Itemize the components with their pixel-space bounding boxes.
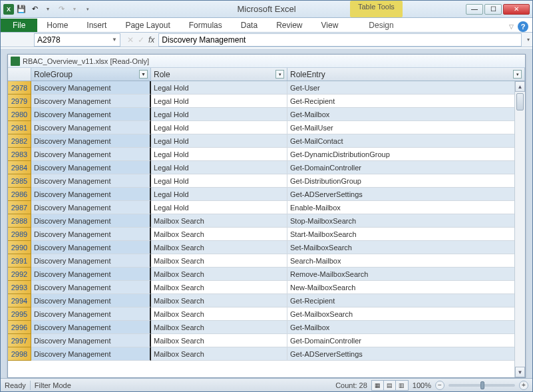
cell-rolegroup[interactable]: Discovery Management [31,294,151,307]
table-row[interactable]: 2983Discovery ManagementLegal HoldGet-Dy… [8,148,525,161]
row-header[interactable]: 2982 [8,134,31,148]
tab-home[interactable]: Home [37,19,77,32]
table-row[interactable]: 2986Discovery ManagementLegal HoldGet-AD… [8,188,525,201]
cell-role[interactable]: Mailbox Search [151,347,287,361]
table-row[interactable]: 2985Discovery ManagementLegal HoldGet-Di… [8,174,525,188]
column-header-roleentry[interactable]: RoleEntry ▾ [287,68,525,81]
cell-rolegroup[interactable]: Discovery Management [31,347,151,361]
cell-role[interactable]: Legal Hold [151,81,287,95]
cell-rolegroup[interactable]: Discovery Management [31,148,151,161]
scroll-down-icon[interactable]: ▼ [515,367,525,377]
zoom-out-button[interactable]: − [435,381,444,390]
tab-insert[interactable]: Insert [77,19,116,32]
cell-roleentry[interactable]: Get-DistributionGroup [287,174,525,188]
name-box[interactable]: A2978 ▼ [34,33,120,47]
row-header[interactable]: 2989 [8,228,31,241]
tab-data[interactable]: Data [232,19,267,32]
cell-rolegroup[interactable]: Discovery Management [31,161,151,174]
row-header[interactable]: 2992 [8,268,31,281]
cell-roleentry[interactable]: Get-ADServerSettings [287,188,525,201]
cell-roleentry[interactable]: Remove-MailboxSearch [287,268,525,281]
cell-role[interactable]: Mailbox Search [151,321,287,334]
cell-roleentry[interactable]: Get-Recipient [287,294,525,307]
row-header[interactable]: 2979 [8,95,31,108]
qat-customize-icon[interactable]: ▾ [82,3,94,15]
row-header[interactable]: 2980 [8,108,31,121]
tab-review[interactable]: Review [267,19,311,32]
table-row[interactable]: 2988Discovery ManagementMailbox SearchSt… [8,214,525,228]
table-row[interactable]: 2992Discovery ManagementMailbox SearchRe… [8,268,525,281]
view-page-layout-icon[interactable]: ▤ [384,381,396,390]
cell-rolegroup[interactable]: Discovery Management [31,95,151,108]
cell-role[interactable]: Mailbox Search [151,254,287,268]
save-icon[interactable]: 💾 [15,3,27,15]
cell-roleentry[interactable]: Enable-Mailbox [287,201,525,214]
minimize-ribbon-icon[interactable]: ▽ [509,23,514,30]
row-header[interactable]: 2983 [8,148,31,161]
cell-roleentry[interactable]: Get-DomainController [287,334,525,347]
cell-roleentry[interactable]: Get-MailContact [287,134,525,148]
table-row[interactable]: 2997Discovery ManagementMailbox SearchGe… [8,334,525,347]
cell-rolegroup[interactable]: Discovery Management [31,228,151,241]
undo-icon[interactable]: ↶ [29,3,41,15]
row-header[interactable]: 2993 [8,281,31,294]
table-row[interactable]: 2996Discovery ManagementMailbox SearchGe… [8,321,525,334]
tab-formulas[interactable]: Formulas [180,19,232,32]
cell-role[interactable]: Legal Hold [151,134,287,148]
zoom-level[interactable]: 100% [413,381,431,389]
row-header[interactable]: 2978 [8,81,31,95]
cell-role[interactable]: Legal Hold [151,108,287,121]
cell-roleentry[interactable]: New-MailboxSearch [287,281,525,294]
row-header[interactable]: 2990 [8,241,31,254]
row-header[interactable]: 2987 [8,201,31,214]
row-header[interactable]: 2981 [8,121,31,134]
cell-role[interactable]: Mailbox Search [151,228,287,241]
cell-role[interactable]: Legal Hold [151,121,287,134]
cell-role[interactable]: Legal Hold [151,148,287,161]
table-row[interactable]: 2998Discovery ManagementMailbox SearchGe… [8,347,525,361]
workbook-title-bar[interactable]: RBAC_Overview_v11.xlsx [Read-Only] [8,55,525,68]
cell-roleentry[interactable]: Start-MailboxSearch [287,228,525,241]
row-header[interactable]: 2996 [8,321,31,334]
cell-rolegroup[interactable]: Discovery Management [31,188,151,201]
cell-roleentry[interactable]: Get-MailUser [287,121,525,134]
name-box-dropdown-icon[interactable]: ▼ [112,37,117,43]
cell-role[interactable]: Mailbox Search [151,241,287,254]
cell-roleentry[interactable]: Get-ADServerSettings [287,347,525,361]
row-header[interactable]: 2984 [8,161,31,174]
formula-input[interactable]: Discovery Management [158,33,522,47]
cell-rolegroup[interactable]: Discovery Management [31,108,151,121]
table-row[interactable]: 2987Discovery ManagementLegal HoldEnable… [8,201,525,214]
cell-roleentry[interactable]: Stop-MailboxSearch [287,214,525,228]
column-header-rolegroup[interactable]: RoleGroup ▼ [31,68,151,81]
cell-rolegroup[interactable]: Discovery Management [31,307,151,321]
cell-role[interactable]: Legal Hold [151,201,287,214]
cell-role[interactable]: Legal Hold [151,174,287,188]
tab-file[interactable]: File [1,19,37,32]
cell-rolegroup[interactable]: Discovery Management [31,121,151,134]
cell-roleentry[interactable]: Set-MailboxSearch [287,241,525,254]
view-page-break-icon[interactable]: ▥ [396,381,408,390]
table-row[interactable]: 2990Discovery ManagementMailbox SearchSe… [8,241,525,254]
row-header[interactable]: 2986 [8,188,31,201]
tab-design[interactable]: Design [359,19,403,32]
table-row[interactable]: 2979Discovery ManagementLegal HoldGet-Re… [8,95,525,108]
maximize-button[interactable]: ☐ [484,4,502,15]
row-header[interactable]: 2998 [8,347,31,361]
filter-icon[interactable]: ▼ [139,70,148,79]
column-header-role[interactable]: Role ▾ [151,68,287,81]
row-header[interactable]: 2991 [8,254,31,268]
close-button[interactable]: ✕ [503,4,530,15]
undo-dropdown-icon[interactable]: ▼ [42,3,54,15]
cell-roleentry[interactable]: Get-Mailbox [287,108,525,121]
table-row[interactable]: 2981Discovery ManagementLegal HoldGet-Ma… [8,121,525,134]
cell-rolegroup[interactable]: Discovery Management [31,281,151,294]
cell-role[interactable]: Mailbox Search [151,334,287,347]
cell-rolegroup[interactable]: Discovery Management [31,174,151,188]
cell-roleentry[interactable]: Search-Mailbox [287,254,525,268]
row-header[interactable]: 2994 [8,294,31,307]
cell-rolegroup[interactable]: Discovery Management [31,334,151,347]
cell-rolegroup[interactable]: Discovery Management [31,241,151,254]
cell-rolegroup[interactable]: Discovery Management [31,214,151,228]
cell-role[interactable]: Mailbox Search [151,214,287,228]
